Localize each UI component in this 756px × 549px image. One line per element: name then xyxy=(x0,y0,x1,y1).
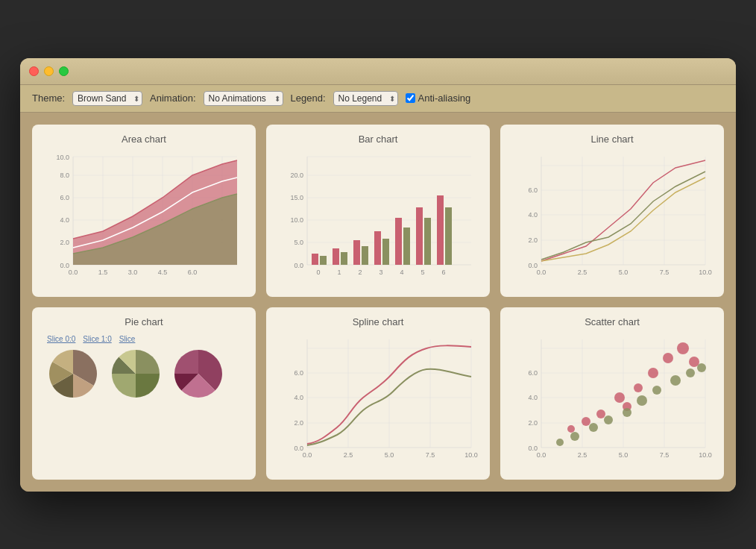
pies-row xyxy=(47,348,224,400)
maximize-button[interactable] xyxy=(59,66,69,76)
svg-point-128 xyxy=(604,415,613,424)
svg-point-126 xyxy=(570,432,579,441)
svg-rect-46 xyxy=(333,248,339,265)
svg-text:2.5: 2.5 xyxy=(578,269,588,276)
svg-text:2.0: 2.0 xyxy=(60,239,69,246)
animation-label: Animation: xyxy=(150,92,195,104)
svg-text:4.0: 4.0 xyxy=(528,211,538,219)
svg-rect-53 xyxy=(403,228,410,265)
spline-chart-title: Spline chart xyxy=(353,316,404,327)
pie-section: Slice 0:0 Slice 1:0 Slice xyxy=(40,332,248,403)
svg-point-125 xyxy=(556,439,564,446)
spline-chart-card: Spline chart 0.0 2.0 4.0 6.0 0.0 xyxy=(266,307,490,480)
svg-text:5.0: 5.0 xyxy=(619,451,629,459)
theme-select[interactable]: Brown Sand xyxy=(72,91,142,106)
svg-text:6.0: 6.0 xyxy=(294,369,303,377)
anti-alias-group: Anti-aliasing xyxy=(406,92,471,104)
svg-text:6.0: 6.0 xyxy=(188,269,198,276)
svg-text:6.0: 6.0 xyxy=(528,186,538,194)
svg-rect-48 xyxy=(353,240,360,265)
animation-select-wrapper: No Animations xyxy=(204,91,283,106)
svg-point-127 xyxy=(589,423,598,432)
area-chart-title: Area chart xyxy=(122,134,166,145)
svg-point-118 xyxy=(648,368,658,378)
bar-chart-card: Bar chart 0.0 5.0 10.0 15.0 20.0 0 1 xyxy=(266,125,490,297)
svg-rect-57 xyxy=(445,207,452,265)
minimize-button[interactable] xyxy=(44,66,54,76)
anti-alias-checkbox[interactable] xyxy=(406,93,415,103)
pie-2-svg xyxy=(110,348,162,400)
svg-text:5.0: 5.0 xyxy=(619,269,629,276)
svg-text:6: 6 xyxy=(441,269,445,276)
svg-text:1.5: 1.5 xyxy=(98,269,108,276)
svg-point-132 xyxy=(670,375,681,386)
line-chart-svg: 0.0 2.0 4.0 6.0 0.0 2.5 5.0 7.5 10.0 xyxy=(511,149,713,291)
scatter-chart-title: Scatter chart xyxy=(585,316,640,327)
svg-text:1: 1 xyxy=(337,269,341,276)
pie-chart-title: Pie chart xyxy=(125,316,163,327)
svg-point-123 xyxy=(582,417,590,426)
svg-point-115 xyxy=(677,342,689,354)
pie-label-2[interactable]: Slice xyxy=(119,335,136,343)
pie-labels: Slice 0:0 Slice 1:0 Slice xyxy=(47,335,135,343)
svg-text:5.0: 5.0 xyxy=(294,239,303,246)
line-chart-title: Line chart xyxy=(590,134,633,145)
svg-text:4.5: 4.5 xyxy=(158,269,168,276)
svg-point-120 xyxy=(614,392,625,403)
svg-text:0.0: 0.0 xyxy=(303,451,312,459)
titlebar xyxy=(20,58,736,85)
svg-text:2.0: 2.0 xyxy=(528,419,538,427)
svg-point-116 xyxy=(663,353,673,363)
svg-point-134 xyxy=(697,363,706,372)
legend-select-wrapper: No Legend xyxy=(333,91,398,106)
area-chart-card: Area chart 0.0 2.0 4.0 xyxy=(32,125,256,297)
svg-rect-44 xyxy=(312,254,318,265)
close-button[interactable] xyxy=(29,66,39,76)
svg-text:10.0: 10.0 xyxy=(699,451,712,459)
svg-text:5.0: 5.0 xyxy=(385,451,394,459)
svg-text:10.0: 10.0 xyxy=(464,451,478,459)
legend-select[interactable]: No Legend xyxy=(333,91,398,106)
svg-text:7.5: 7.5 xyxy=(660,451,670,459)
svg-point-131 xyxy=(652,386,661,395)
bar-chart-svg: 0.0 5.0 10.0 15.0 20.0 0 1 2 3 4 5 6 xyxy=(277,149,479,291)
bar-chart-title: Bar chart xyxy=(359,134,398,145)
animation-select[interactable]: No Animations xyxy=(204,91,283,106)
legend-label: Legend: xyxy=(291,92,326,104)
svg-text:7.5: 7.5 xyxy=(660,269,670,276)
svg-text:2.0: 2.0 xyxy=(294,419,303,427)
line-chart-card: Line chart 0.0 2.0 4.0 6.0 0.0 xyxy=(500,125,724,297)
svg-rect-50 xyxy=(374,231,381,265)
svg-rect-49 xyxy=(362,246,368,265)
svg-text:3: 3 xyxy=(379,269,382,276)
app-window: Theme: Brown Sand Animation: No Animatio… xyxy=(20,58,736,492)
svg-text:4.0: 4.0 xyxy=(60,216,69,224)
svg-text:0: 0 xyxy=(316,269,320,276)
svg-text:10.0: 10.0 xyxy=(290,216,303,224)
scatter-chart-svg: 0.0 2.0 4.0 6.0 0.0 2.5 5.0 7.5 10.0 xyxy=(511,332,713,474)
svg-text:2.5: 2.5 xyxy=(344,451,353,459)
svg-text:10.0: 10.0 xyxy=(56,154,69,161)
svg-rect-47 xyxy=(341,252,347,265)
anti-alias-label: Anti-aliasing xyxy=(418,92,471,104)
svg-text:6.0: 6.0 xyxy=(60,194,69,201)
svg-text:0.0: 0.0 xyxy=(537,269,546,276)
svg-text:15.0: 15.0 xyxy=(290,194,303,201)
svg-point-122 xyxy=(596,410,605,418)
svg-rect-45 xyxy=(320,256,327,265)
svg-text:20.0: 20.0 xyxy=(290,172,303,179)
svg-text:6.0: 6.0 xyxy=(528,369,538,377)
svg-text:7.5: 7.5 xyxy=(426,451,435,459)
traffic-lights xyxy=(29,66,69,76)
svg-text:5: 5 xyxy=(420,269,424,276)
svg-rect-55 xyxy=(424,218,431,265)
svg-text:3.0: 3.0 xyxy=(128,269,138,276)
svg-text:2.0: 2.0 xyxy=(528,236,538,244)
toolbar: Theme: Brown Sand Animation: No Animatio… xyxy=(20,85,736,113)
svg-text:10.0: 10.0 xyxy=(699,269,712,276)
pie-label-0[interactable]: Slice 0:0 xyxy=(47,335,75,343)
svg-rect-52 xyxy=(395,218,402,265)
svg-point-119 xyxy=(634,383,643,392)
svg-text:4: 4 xyxy=(400,269,403,276)
pie-label-1[interactable]: Slice 1:0 xyxy=(83,335,111,343)
